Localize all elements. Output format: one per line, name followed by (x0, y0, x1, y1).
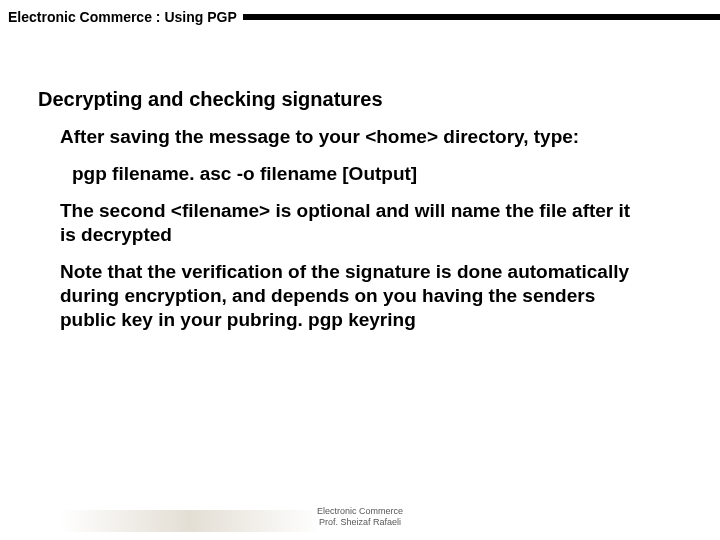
slide-content: Decrypting and checking signatures After… (0, 28, 720, 332)
command-line: pgp filename. asc -o filename [Output] (72, 163, 670, 185)
footer-course: Electronic Commerce (0, 506, 720, 517)
paragraph-intro: After saving the message to your <home> … (60, 125, 650, 149)
slide-header: Electronic Commerce : Using PGP (0, 0, 720, 28)
paragraph-note: Note that the verification of the signat… (60, 260, 650, 331)
header-rule (243, 14, 720, 20)
footer-author: Prof. Sheizaf Rafaeli (0, 517, 720, 528)
section-heading: Decrypting and checking signatures (38, 88, 670, 111)
breadcrumb: Electronic Commerce : Using PGP (8, 9, 243, 25)
slide-footer: Electronic Commerce Prof. Sheizaf Rafael… (0, 506, 720, 528)
paragraph-optional: The second <filename> is optional and wi… (60, 199, 650, 247)
